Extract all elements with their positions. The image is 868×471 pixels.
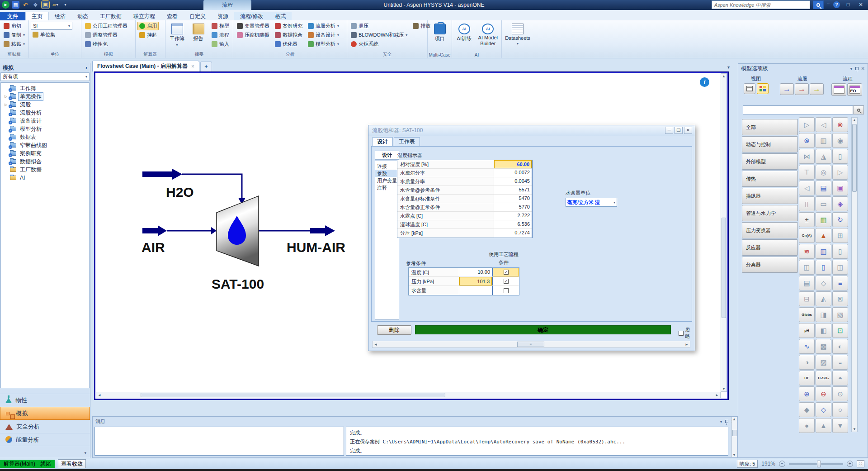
dialog-nav-item[interactable]: 注释 [375,184,399,191]
palette-unit-icon[interactable]: ⊖ [816,386,831,401]
help-icon[interactable]: ? [833,1,840,8]
palette-unit-icon[interactable]: ◆ [799,402,815,417]
ignore-checkbox[interactable] [679,331,684,336]
flowsheet-summary-button[interactable]: 流程 [210,31,231,39]
tree-item[interactable]: ▷ 窄带曲线图 [1,141,89,149]
palette-unit-icon[interactable]: ⊗ [832,117,848,132]
unit-set-combo[interactable]: SI▾ [31,22,72,30]
palette-unit-icon[interactable]: ▨ [816,355,831,370]
ribbon-tab[interactable]: 联立方程 [127,12,161,21]
data-fit-button[interactable]: 数据拟合 [273,31,304,39]
knowledge-search-input[interactable] [712,0,810,9]
palette-unit-icon[interactable]: ⊡ [832,323,848,338]
palette-unit-icon[interactable]: ◐ [832,339,848,354]
view-convergence-button[interactable]: 查看收敛 [58,459,86,468]
tree-filter-dropdown[interactable]: 所有项▾ [0,72,90,81]
palette-unit-icon[interactable]: ▣ [832,181,848,195]
model-summary-button[interactable]: 模型 [210,22,231,30]
palette-search-icon[interactable] [853,105,864,114]
palette-category-button[interactable]: 压力变换器 [742,222,798,238]
solver-active-button[interactable]: 启用 [137,22,159,30]
palette-unit-icon[interactable]: ◨ [816,307,831,322]
palette-unit-icon[interactable]: ▷ [799,117,815,132]
indicator-value[interactable]: 0.0045 [494,177,532,186]
indicator-value[interactable]: 60.00 [494,160,532,168]
ribbon-tab[interactable]: 主页 [25,12,49,21]
pin-icon[interactable] [855,67,859,70]
close-button[interactable]: ✕ [854,0,867,9]
palette-unit-icon[interactable]: ⊗ [799,133,815,148]
eo-subflowsheet-button[interactable]: EO [847,83,862,96]
reference-value[interactable] [459,286,492,295]
palette-unit-icon[interactable]: ▤ [816,181,831,195]
pressure-relief-button[interactable]: 泄压 [349,22,409,30]
model-analysis-button[interactable]: 模型分析▾ [306,40,341,48]
palette-unit-icon[interactable]: ▧ [832,307,848,322]
case-study-button[interactable]: 案例研究 [273,22,304,30]
palette-category-button[interactable]: 反应器 [742,239,798,256]
palette-category-button[interactable]: 全部 [742,119,798,135]
palette-category-button[interactable]: 操纵器 [742,188,798,204]
zoom-fit-icon[interactable]: ⛶ [857,460,864,467]
flare-system-button[interactable]: 火炬系统 [349,40,409,48]
input-summary-button[interactable]: 输入 [210,40,231,48]
palette-unit-icon[interactable]: ◉ [832,133,848,148]
palette-category-button[interactable]: 传热 [742,171,798,187]
stream-label-h2o[interactable]: H2O [166,185,194,200]
stream-label-humair[interactable]: HUM-AIR [287,240,345,255]
palette-unit-icon[interactable]: ⊠ [832,291,848,306]
cut-button[interactable]: 剪切 [2,22,27,30]
dialog-nav-item[interactable]: 参数 [375,170,399,177]
messages-dropdown-icon[interactable]: ▾ [720,419,722,424]
list-view-button[interactable] [744,83,755,94]
dialog-tab[interactable]: 设计 [372,137,393,146]
palette-scroll-thumb[interactable] [852,124,857,192]
water-content-unit-dropdown[interactable]: 毫克/立方米 湿▾ [566,198,617,207]
palette-unit-icon[interactable]: HF [799,371,815,385]
blowdown-button[interactable]: BLOWDOWN和减压▾ [349,31,409,39]
palette-unit-icon[interactable]: ≡ [832,276,848,290]
checkbox[interactable] [504,279,509,284]
palette-unit-icon[interactable]: ▼ [832,418,848,433]
palette-unit-icon[interactable]: ▯ [799,196,815,211]
checkbox[interactable] [504,270,509,275]
canvas-vertical-scrollbar[interactable]: ▲ ▼ [721,73,727,392]
tree-item[interactable]: ▷ 数据表 [1,133,89,141]
new-tab-button[interactable]: + [200,62,212,71]
delete-button[interactable]: 删除 [377,325,411,335]
indicator-value[interactable]: 5571 [494,186,532,194]
adjust-manager-button[interactable]: 调整管理器 [83,31,129,39]
zoom-slider[interactable] [789,463,843,465]
palette-unit-icon[interactable]: ◈ [832,196,848,211]
palette-unit-icon[interactable]: ◭ [816,291,831,306]
dialog-close-icon[interactable]: ✕ [684,127,692,134]
close-tab-icon[interactable]: × [191,63,194,70]
maximize-button[interactable]: □ [842,0,854,9]
palette-unit-icon[interactable]: ◧ [816,323,831,338]
ai-model-builder-button[interactable]: AIAI ModelBuilder [476,22,500,52]
palette-unit-icon[interactable]: ⊞ [832,228,848,243]
nav-simulation[interactable]: 模拟 [0,407,90,420]
reference-value[interactable]: 101.3 [459,277,492,285]
palette-unit-icon[interactable]: ≋ [799,244,815,259]
tree-item[interactable]: ▷ 设备设计 [1,117,89,125]
messages-scrollbar[interactable]: ▲ ▼ [731,417,737,457]
nav-energy-analysis[interactable]: 能量分析 [0,433,90,446]
messages-log-box[interactable]: 完成。正在保存案例 C:\Users\ADMINI~1\AppData\Loca… [346,427,728,456]
palette-unit-icon[interactable]: ▲ [816,228,831,243]
tree-item[interactable]: ▷ 流股分析 [1,109,89,117]
messages-pin-icon[interactable] [725,420,728,423]
equipment-design-button[interactable]: 设备设计▾ [306,31,341,39]
tree-item[interactable]: ▷ 数据拟合 [1,157,89,166]
stream-analysis-button[interactable]: 流股分析▾ [306,22,341,30]
palette-unit-icon[interactable]: ∿ [799,339,815,354]
palette-unit-icon[interactable]: ▯ [816,260,831,275]
palette-unit-icon[interactable]: ▷ [832,165,848,180]
dialog-minimize-icon[interactable]: ─ [665,127,673,134]
grid-view-button[interactable] [757,83,769,94]
palette-unit-icon[interactable]: ⋈ [799,149,815,164]
paste-button[interactable]: 粘贴▾ [2,40,27,48]
indicator-value[interactable]: 6.536 [494,220,532,228]
logic-stream-button[interactable]: → [810,83,824,95]
palette-unit-icon[interactable]: ▯ [832,244,848,259]
